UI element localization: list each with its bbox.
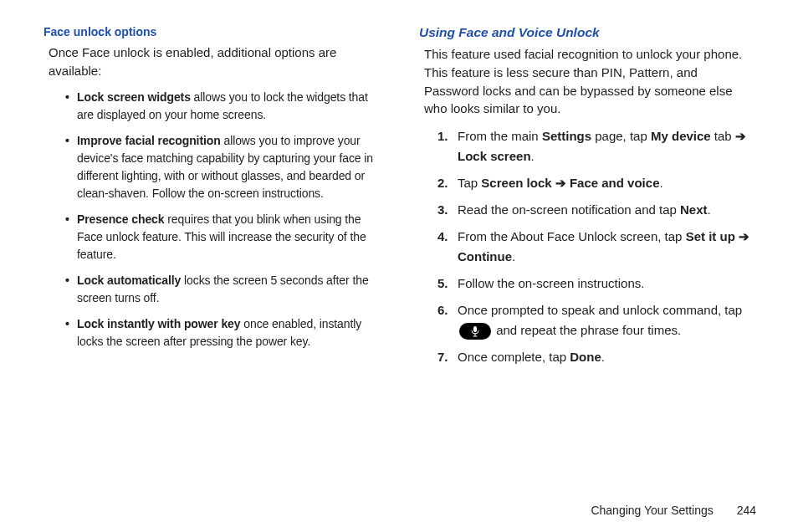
step-item: 5. Follow the on-screen instructions. <box>437 274 755 294</box>
step-text: Tap <box>458 176 481 190</box>
step-number: 5. <box>437 274 448 294</box>
step-bold: Set it up <box>686 229 735 243</box>
step-text: and repeat the phrase four times. <box>496 323 681 337</box>
bullet-list: Lock screen widgets allows you to lock t… <box>69 89 379 350</box>
list-item: Improve facial recognition allows you to… <box>69 132 379 202</box>
step-bold: My device <box>651 129 711 143</box>
bullet-bold: Lock screen widgets <box>77 90 191 104</box>
right-heading: Using Face and Voice Unlock <box>419 25 755 40</box>
step-item: 2. Tap Screen lock ➔ Face and voice. <box>437 173 755 193</box>
list-item: Lock instantly with power key once enabl… <box>69 315 379 350</box>
left-heading: Face unlock options <box>43 25 379 38</box>
step-bold: Done <box>570 350 601 364</box>
step-text: Once complete, tap <box>458 350 570 364</box>
step-text: . <box>531 149 535 163</box>
list-item: Lock automatically locks the screen 5 se… <box>69 272 379 307</box>
step-item: 4. From the About Face Unlock screen, ta… <box>437 227 755 267</box>
right-column: Using Face and Voice Unlock This feature… <box>399 25 765 468</box>
step-number: 6. <box>437 300 448 320</box>
step-number: 3. <box>437 200 448 220</box>
step-bold: Continue <box>458 249 512 263</box>
step-bold: Next <box>680 202 708 217</box>
footer-page-number: 244 <box>737 504 756 517</box>
step-text: Read the on-screen notification and tap <box>458 202 680 217</box>
step-text: . <box>659 176 662 190</box>
step-number: 7. <box>437 347 448 367</box>
bullet-bold: Lock automatically <box>77 274 181 287</box>
step-item: 1. From the main Settings page, tap My d… <box>437 126 755 166</box>
page-content: Face unlock options Once Face unlock is … <box>0 0 798 468</box>
step-number: 2. <box>437 173 448 193</box>
left-intro: Once Face unlock is enabled, additional … <box>49 43 379 80</box>
arrow-icon: ➔ <box>739 229 749 243</box>
step-bold: Screen lock <box>481 176 551 190</box>
arrow-icon: ➔ <box>735 129 746 143</box>
microphone-icon <box>459 323 491 340</box>
step-item: 7. Once complete, tap Done. <box>437 347 755 367</box>
step-bold: Lock screen <box>458 149 531 163</box>
step-number: 1. <box>437 126 448 146</box>
step-item: 3. Read the on-screen notification and t… <box>437 200 755 220</box>
bullet-bold: Improve facial recognition <box>77 134 221 147</box>
step-text: Once prompted to speak and unlock comman… <box>458 303 742 317</box>
step-text: From the main <box>458 129 542 143</box>
page-footer: Changing Your Settings 244 <box>591 504 756 517</box>
step-text: . <box>601 350 605 364</box>
arrow-icon: ➔ <box>555 176 566 190</box>
bullet-bold: Lock instantly with power key <box>77 317 240 330</box>
right-intro: This feature used facial recognition to … <box>424 45 755 118</box>
footer-section: Changing Your Settings <box>591 504 713 517</box>
list-item: Presence check requires that you blink w… <box>69 211 379 263</box>
step-text: . <box>708 202 711 217</box>
step-bold: Settings <box>542 129 591 143</box>
left-column: Face unlock options Once Face unlock is … <box>33 25 399 468</box>
step-number: 4. <box>437 227 448 247</box>
step-text: tab <box>711 129 735 143</box>
step-item: 6. Once prompted to speak and unlock com… <box>437 300 755 340</box>
list-item: Lock screen widgets allows you to lock t… <box>69 89 379 124</box>
step-text: . <box>512 249 515 263</box>
step-text: page, tap <box>591 129 651 143</box>
svg-rect-0 <box>473 326 477 332</box>
step-text: Follow the on-screen instructions. <box>458 276 644 290</box>
bullet-bold: Presence check <box>77 212 164 226</box>
step-text: From the About Face Unlock screen, tap <box>458 229 686 243</box>
step-bold: Face and voice <box>570 176 660 190</box>
steps-list: 1. From the main Settings page, tap My d… <box>437 126 755 367</box>
